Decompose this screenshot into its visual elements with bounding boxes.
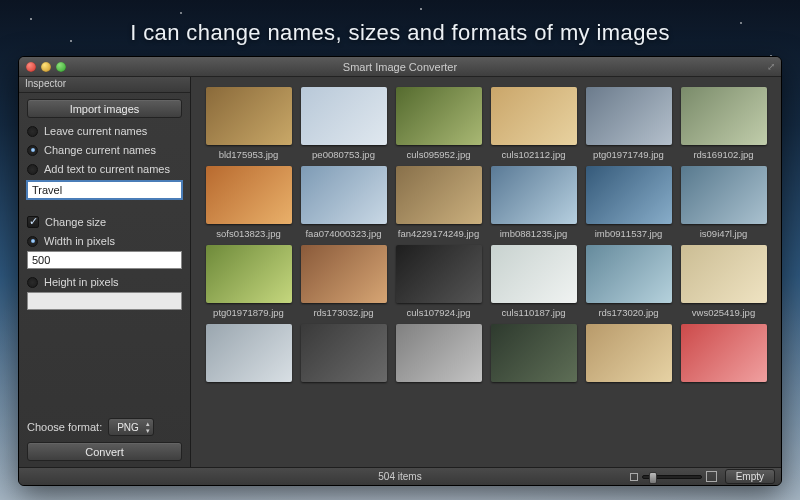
thumbnail-cell[interactable]: rds169102.jpg (678, 87, 769, 160)
thumbnail-image[interactable] (396, 245, 482, 303)
statusbar: 504 items Empty (19, 467, 781, 485)
thumbnail-image[interactable] (301, 324, 387, 382)
thumbnail-filename: culs110187.jpg (502, 307, 566, 318)
format-select[interactable]: PNG ▴▾ (108, 418, 154, 436)
height-input[interactable] (27, 292, 182, 310)
thumbnail-image[interactable] (586, 87, 672, 145)
thumbnail-image[interactable] (206, 87, 292, 145)
thumbnail-cell[interactable]: ptg01971749.jpg (583, 87, 674, 160)
import-images-button[interactable]: Import images (27, 99, 182, 118)
thumbnail-image[interactable] (681, 166, 767, 224)
radio-label: Change current names (44, 144, 156, 156)
convert-button[interactable]: Convert (27, 442, 182, 461)
thumbnail-filename: pe0080753.jpg (312, 149, 375, 160)
thumbnail-image[interactable] (301, 87, 387, 145)
minimize-icon[interactable] (41, 62, 51, 72)
inspector-panel: Inspector Import images Leave current na… (19, 77, 191, 467)
thumbnail-image[interactable] (586, 324, 672, 382)
thumbnail-image[interactable] (491, 166, 577, 224)
inspector-header: Inspector (19, 77, 190, 93)
thumbnail-cell[interactable]: rds173020.jpg (583, 245, 674, 318)
format-label: Choose format: (27, 421, 102, 433)
app-window: Smart Image Converter ⤢ Inspector Import… (18, 56, 782, 486)
thumbnail-cell[interactable]: vws025419.jpg (678, 245, 769, 318)
thumbnail-filename: culs095952.jpg (407, 149, 471, 160)
checkbox-icon (27, 216, 39, 228)
radio-label: Width in pixels (44, 235, 115, 247)
thumbnail-cell[interactable]: is09i47l.jpg (678, 166, 769, 239)
thumbnail-grid[interactable]: bld175953.jpgpe0080753.jpgculs095952.jpg… (191, 77, 781, 467)
thumbnail-image[interactable] (586, 245, 672, 303)
thumbnail-cell[interactable]: rds173032.jpg (298, 245, 389, 318)
thumbnail-image[interactable] (396, 324, 482, 382)
thumbnail-image[interactable] (301, 245, 387, 303)
thumbnail-filename: rds173032.jpg (313, 307, 373, 318)
thumbnail-filename: is09i47l.jpg (700, 228, 748, 239)
thumbnail-filename: ptg01971879.jpg (213, 307, 284, 318)
thumbnail-filename: culs102112.jpg (502, 149, 566, 160)
thumbnail-cell[interactable]: culs102112.jpg (488, 87, 579, 160)
thumbnail-image[interactable] (681, 245, 767, 303)
thumbnail-cell[interactable]: pe0080753.jpg (298, 87, 389, 160)
large-thumb-icon (706, 471, 717, 482)
close-icon[interactable] (26, 62, 36, 72)
thumbnail-image[interactable] (491, 245, 577, 303)
zoom-icon[interactable] (56, 62, 66, 72)
format-value: PNG (117, 422, 139, 433)
marketing-headline: I can change names, sizes and formats of… (0, 20, 800, 46)
radio-label: Add text to current names (44, 163, 170, 175)
radio-change-names[interactable]: Change current names (27, 144, 182, 156)
fullscreen-icon[interactable]: ⤢ (767, 61, 775, 72)
thumbnail-cell[interactable] (678, 324, 769, 386)
radio-icon (27, 164, 38, 175)
checkbox-change-size[interactable]: Change size (27, 216, 182, 228)
thumbnail-cell[interactable]: imb0911537.jpg (583, 166, 674, 239)
thumbnail-cell[interactable]: fan4229174249.jpg (393, 166, 484, 239)
thumbnail-image[interactable] (396, 166, 482, 224)
thumbnail-filename: bld175953.jpg (219, 149, 279, 160)
thumbnail-cell[interactable]: culs110187.jpg (488, 245, 579, 318)
thumbnail-cell[interactable] (488, 324, 579, 386)
thumbnail-filename: rds169102.jpg (693, 149, 753, 160)
radio-icon (27, 277, 38, 288)
radio-width[interactable]: Width in pixels (27, 235, 182, 247)
thumbnail-image[interactable] (491, 87, 577, 145)
thumbnail-filename: fan4229174249.jpg (398, 228, 479, 239)
thumbnail-cell[interactable] (583, 324, 674, 386)
checkbox-label: Change size (45, 216, 106, 228)
radio-icon (27, 236, 38, 247)
thumbnail-image[interactable] (586, 166, 672, 224)
thumbnail-cell[interactable]: culs095952.jpg (393, 87, 484, 160)
radio-add-text[interactable]: Add text to current names (27, 163, 182, 175)
radio-leave-names[interactable]: Leave current names (27, 125, 182, 137)
thumbnail-cell[interactable]: ptg01971879.jpg (203, 245, 294, 318)
slider-knob[interactable] (649, 472, 657, 484)
radio-icon (27, 126, 38, 137)
empty-button[interactable]: Empty (725, 469, 775, 484)
thumbnail-cell[interactable] (203, 324, 294, 386)
name-text-input[interactable] (27, 181, 182, 199)
thumbnail-filename: culs107924.jpg (407, 307, 471, 318)
thumbnail-cell[interactable]: bld175953.jpg (203, 87, 294, 160)
radio-height[interactable]: Height in pixels (27, 276, 182, 288)
thumbnail-image[interactable] (396, 87, 482, 145)
width-input[interactable] (27, 251, 182, 269)
thumbnail-cell[interactable]: imb0881235.jpg (488, 166, 579, 239)
thumbnail-size-slider[interactable] (630, 471, 717, 482)
thumbnail-cell[interactable] (393, 324, 484, 386)
thumbnail-cell[interactable]: culs107924.jpg (393, 245, 484, 318)
thumbnail-image[interactable] (681, 324, 767, 382)
thumbnail-image[interactable] (681, 87, 767, 145)
slider-track[interactable] (642, 475, 702, 479)
thumbnail-image[interactable] (206, 166, 292, 224)
thumbnail-cell[interactable]: faa074000323.jpg (298, 166, 389, 239)
window-title: Smart Image Converter (19, 61, 781, 73)
thumbnail-filename: ptg01971749.jpg (593, 149, 664, 160)
thumbnail-cell[interactable]: sofs013823.jpg (203, 166, 294, 239)
thumbnail-image[interactable] (206, 324, 292, 382)
thumbnail-image[interactable] (206, 245, 292, 303)
thumbnail-image[interactable] (301, 166, 387, 224)
thumbnail-image[interactable] (491, 324, 577, 382)
titlebar[interactable]: Smart Image Converter ⤢ (19, 57, 781, 77)
thumbnail-cell[interactable] (298, 324, 389, 386)
